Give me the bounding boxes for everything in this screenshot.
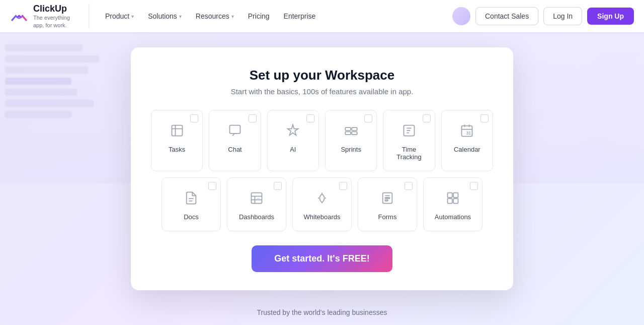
navbar: ClickUp The everything app, for work. Pr…	[0, 0, 644, 32]
chat-checkbox[interactable]	[249, 114, 257, 122]
solutions-chevron-icon: ▾	[179, 14, 182, 19]
ai-label: AI	[290, 146, 296, 153]
svg-text:31: 31	[466, 131, 471, 136]
dashboards-icon	[247, 188, 267, 208]
svg-rect-6	[345, 132, 351, 135]
trust-heading: Trusted by the world's leading businesse…	[115, 308, 528, 316]
navbar-actions: Contact Sales Log In Sign Up	[452, 7, 634, 25]
sprints-label: Sprints	[341, 146, 361, 153]
whiteboards-icon	[312, 188, 332, 208]
nav-enterprise-label: Enterprise	[284, 12, 316, 20]
feature-card-whiteboards[interactable]: Whiteboards	[292, 177, 352, 231]
nav-product[interactable]: Product ▾	[99, 8, 140, 24]
feature-card-dashboards[interactable]: Dashboards	[227, 177, 286, 231]
sprints-icon	[341, 120, 361, 141]
feature-card-time-tracking[interactable]: Time Tracking	[383, 110, 435, 171]
docs-checkbox[interactable]	[208, 182, 216, 190]
feature-card-docs[interactable]: Docs	[162, 177, 221, 231]
nav-resources-label: Resources	[196, 12, 229, 20]
tasks-icon	[167, 120, 187, 141]
whiteboards-label: Whiteboards	[304, 213, 341, 221]
workspace-modal: Set up your Workspace Start with the bas…	[131, 47, 513, 290]
nav-product-label: Product	[105, 12, 129, 20]
nav-pricing[interactable]: Pricing	[242, 8, 276, 24]
svg-rect-31	[453, 199, 458, 203]
chat-icon	[225, 120, 245, 141]
tasks-label: Tasks	[169, 146, 185, 153]
trust-section: Trusted by the world's leading businesse…	[115, 308, 528, 325]
svg-rect-30	[448, 199, 452, 203]
clickup-logo-icon	[10, 7, 28, 25]
nav-solutions-label: Solutions	[148, 12, 177, 20]
forms-checkbox[interactable]	[405, 182, 413, 190]
main-content: Set up your Workspace Start with the bas…	[0, 32, 644, 325]
feature-card-chat[interactable]: Chat	[209, 110, 261, 171]
svg-rect-26	[385, 198, 389, 199]
dashboards-checkbox[interactable]	[274, 182, 282, 190]
svg-rect-5	[352, 127, 357, 131]
nav-resources[interactable]: Resources ▾	[190, 8, 240, 24]
svg-rect-4	[345, 127, 351, 131]
feature-card-tasks[interactable]: Tasks	[151, 110, 203, 171]
tasks-checkbox[interactable]	[190, 114, 198, 122]
feature-card-forms[interactable]: Forms	[358, 177, 417, 231]
chat-label: Chat	[228, 146, 242, 153]
nav-pricing-label: Pricing	[248, 12, 270, 20]
logo-tagline: The everything app, for work.	[33, 14, 78, 29]
sprints-checkbox[interactable]	[364, 114, 372, 122]
time-tracking-label: Time Tracking	[391, 146, 426, 161]
svg-rect-0	[172, 125, 182, 136]
time-tracking-checkbox[interactable]	[423, 114, 431, 122]
feature-row-2: Docs Dashboards	[151, 177, 493, 231]
calendar-icon: 31	[457, 120, 477, 141]
login-button[interactable]: Log In	[543, 7, 582, 25]
modal-subtitle: Start with the basics, 100s of features …	[151, 87, 493, 96]
get-started-button[interactable]: Get started. It's FREE!	[252, 245, 392, 272]
svg-rect-3	[230, 125, 240, 134]
svg-rect-23	[257, 198, 260, 201]
nav-enterprise[interactable]: Enterprise	[278, 8, 322, 24]
avatar	[452, 7, 470, 25]
automations-checkbox[interactable]	[470, 182, 478, 190]
automations-icon	[443, 188, 463, 208]
resources-chevron-icon: ▾	[231, 14, 234, 19]
svg-rect-28	[448, 193, 452, 198]
logo-container[interactable]: ClickUp The everything app, for work.	[10, 4, 89, 29]
forms-label: Forms	[378, 213, 397, 221]
ai-checkbox[interactable]	[306, 114, 314, 122]
whiteboards-checkbox[interactable]	[339, 182, 347, 190]
automations-label: Automations	[435, 213, 471, 221]
contact-sales-button[interactable]: Contact Sales	[475, 7, 538, 25]
nav-solutions[interactable]: Solutions ▾	[142, 8, 188, 24]
ai-icon	[283, 120, 303, 141]
feature-card-calendar[interactable]: 31 Calendar	[441, 110, 493, 171]
nav-menu: Product ▾ Solutions ▾ Resources ▾ Pricin…	[99, 8, 452, 24]
calendar-label: Calendar	[454, 146, 480, 153]
dashboards-label: Dashboards	[239, 213, 274, 221]
calendar-checkbox[interactable]	[480, 114, 489, 122]
feature-row-1: Tasks Chat AI	[151, 110, 493, 171]
feature-card-sprints[interactable]: Sprints	[325, 110, 377, 171]
svg-rect-29	[453, 193, 458, 198]
svg-rect-7	[352, 132, 357, 135]
signup-button[interactable]: Sign Up	[587, 8, 634, 25]
docs-icon	[181, 188, 201, 208]
timer-icon	[399, 120, 419, 141]
svg-rect-27	[385, 200, 388, 201]
feature-card-automations[interactable]: Automations	[423, 177, 482, 231]
modal-title: Set up your Workspace	[151, 68, 493, 83]
forms-icon	[377, 188, 397, 208]
feature-card-ai[interactable]: AI	[267, 110, 319, 171]
svg-rect-24	[383, 193, 392, 204]
docs-label: Docs	[184, 213, 199, 221]
logo-text: ClickUp	[33, 4, 78, 14]
product-chevron-icon: ▾	[131, 14, 134, 19]
